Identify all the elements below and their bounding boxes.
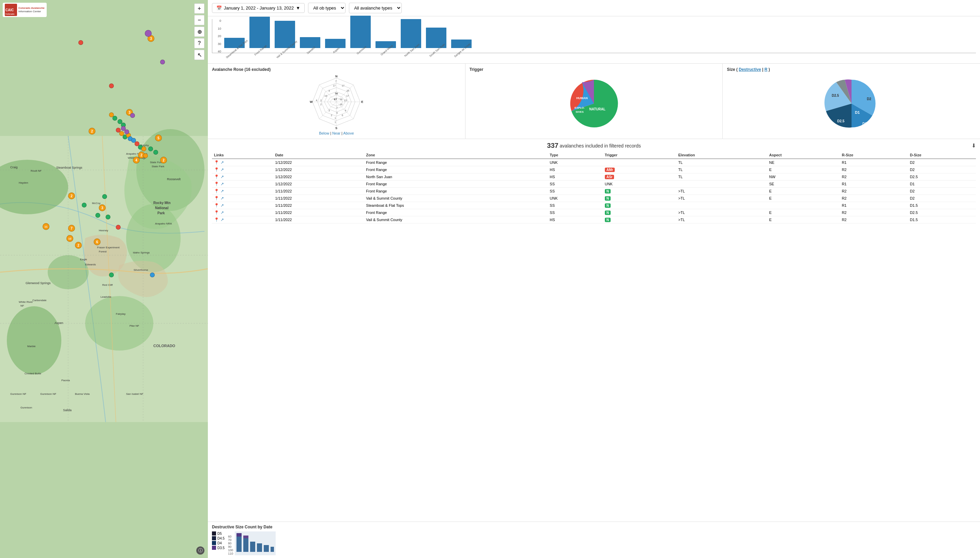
r-link[interactable]: R [764, 67, 767, 72]
cell-links: 📍 ↗ [212, 209, 273, 216]
map-pin[interactable]: 7 [68, 225, 75, 231]
download-icon[interactable]: ⬇ [972, 143, 976, 149]
right-panel: 📅 January 1, 2022 - January 13, 2022 ▼ A… [208, 0, 980, 558]
table-header: 337 avalanches included in filtered reco… [212, 139, 976, 152]
external-link-icon[interactable]: ↗ [220, 210, 224, 215]
pin-link-icon[interactable]: 📍 [214, 210, 219, 215]
pin-link-icon[interactable]: 📍 [214, 174, 219, 179]
location-button[interactable]: ⊕ [194, 26, 204, 37]
map-pin[interactable]: 12 [66, 235, 73, 242]
map-pin[interactable] [112, 116, 117, 121]
zoom-in-button[interactable]: + [194, 3, 204, 14]
external-link-icon[interactable]: ↗ [220, 203, 224, 208]
map-pin[interactable]: 2 [160, 157, 167, 164]
map-pin[interactable] [106, 215, 110, 219]
top-bar: 📅 January 1, 2022 - January 13, 2022 ▼ A… [208, 0, 980, 16]
svg-text:Fraser Experiment: Fraser Experiment [97, 246, 120, 249]
map-pin[interactable] [95, 213, 100, 218]
cell-date: 1/12/2022 [273, 159, 364, 166]
pin-link-icon[interactable]: 📍 [214, 182, 219, 186]
col-trigger: Trigger [603, 152, 676, 159]
external-link-icon[interactable]: ↗ [220, 160, 224, 165]
map-pin[interactable] [143, 153, 148, 158]
below-link[interactable]: Below [319, 131, 329, 135]
svg-text:Gunnison NF: Gunnison NF [10, 392, 26, 396]
cell-date: 1/11/2022 [273, 209, 364, 216]
svg-text:Idaho Springs: Idaho Springs [133, 251, 149, 254]
pin-link-icon[interactable]: 📍 [214, 196, 219, 201]
map-pin[interactable]: 6 [94, 238, 100, 245]
map-pin[interactable]: 5 [155, 135, 162, 141]
svg-text:HUMAN: HUMAN [576, 97, 588, 100]
map-pin[interactable] [150, 272, 155, 277]
zoom-out-button[interactable]: − [194, 15, 204, 25]
map-pin[interactable] [78, 40, 83, 45]
help-button[interactable]: ? [194, 38, 204, 48]
dest-legend-d4: D4 [212, 541, 225, 545]
dest-size-title: Destructive Size Count by Date [212, 525, 976, 529]
cell-rsize: R2 [840, 166, 908, 173]
map-pin[interactable] [141, 146, 146, 151]
map-pin[interactable] [82, 203, 87, 207]
external-link-icon[interactable]: ↗ [220, 167, 224, 172]
rose-svg: N E S W 7 17 17 3 25 19 56 17 4 2 67 18 [309, 75, 364, 129]
rose-links: Below | Near | Above [319, 131, 354, 135]
map-pin[interactable]: 2 [89, 128, 95, 135]
cell-links: 📍 ↗ [212, 195, 273, 202]
svg-text:State Park: State Park [152, 165, 164, 168]
avalanche-types-select[interactable]: All avalanche types [349, 3, 402, 13]
map-pin[interactable]: 2 [75, 242, 82, 249]
cursor-button[interactable]: ↖ [194, 50, 204, 60]
pin-link-icon[interactable]: 📍 [214, 160, 219, 165]
map-pin[interactable]: 3 [99, 204, 106, 211]
pin-link-icon[interactable]: 📍 [214, 203, 219, 208]
map-pin[interactable]: 4 [133, 157, 140, 164]
ob-types-select[interactable]: All ob types [308, 3, 346, 13]
svg-text:D2.5: D2.5 [832, 94, 839, 97]
cell-trigger: ASr [603, 173, 676, 181]
svg-text:Routt NF: Routt NF [31, 169, 41, 172]
cell-rsize: R2 [840, 216, 908, 223]
external-link-icon[interactable]: ↗ [220, 182, 224, 186]
cell-type: UNK [548, 159, 602, 166]
cell-zone: Front Range [364, 209, 548, 216]
svg-rect-103 [257, 543, 262, 552]
external-link-icon[interactable]: ↗ [220, 189, 224, 194]
cell-rsize: R1 [840, 159, 908, 166]
pin-link-icon[interactable]: 📍 [214, 167, 219, 172]
map-pin[interactable] [153, 150, 158, 155]
calendar-icon: 📅 [217, 5, 222, 11]
map-pin[interactable] [116, 225, 121, 230]
near-link[interactable]: Near [332, 131, 340, 135]
map-pin[interactable] [125, 130, 129, 134]
external-link-icon[interactable]: ↗ [220, 217, 224, 222]
map-pin[interactable] [130, 113, 135, 118]
map-pin[interactable] [160, 60, 165, 64]
cell-aspect: NW [767, 173, 840, 181]
map-pin[interactable] [109, 272, 114, 277]
destructive-link[interactable]: Destructive [739, 67, 761, 72]
dest-legend-d45: D4.5 [212, 536, 225, 540]
map-pin[interactable] [145, 30, 152, 37]
info-button[interactable]: ⓘ [196, 547, 204, 555]
map-pin[interactable] [109, 84, 114, 88]
table-section[interactable]: 337 avalanches included in filtered reco… [208, 139, 980, 522]
above-link[interactable]: Above [343, 131, 354, 135]
pin-link-icon[interactable]: 📍 [214, 217, 219, 222]
map-pin[interactable]: 11 [43, 223, 49, 230]
external-link-icon[interactable]: ↗ [220, 196, 224, 201]
table-row: 📍 ↗ 1/12/2022 Front Range HS AMr TL E R2… [212, 166, 976, 173]
cell-trigger [603, 159, 676, 166]
map-pin[interactable] [102, 194, 107, 199]
map-pin[interactable]: 2 [68, 192, 75, 199]
svg-text:Steamboat Springs: Steamboat Springs [56, 166, 82, 169]
cell-type: UNK [548, 195, 602, 202]
svg-text:2: 2 [331, 114, 332, 117]
external-link-icon[interactable]: ↗ [220, 174, 224, 179]
map-pin[interactable] [148, 146, 153, 151]
cell-type: SS [548, 209, 602, 216]
date-picker-button[interactable]: 📅 January 1, 2022 - January 13, 2022 ▼ [212, 3, 305, 13]
cell-type: SS [548, 188, 602, 195]
table-row: 📍 ↗ 1/11/2022 Vail & Summit County UNK N… [212, 195, 976, 202]
pin-link-icon[interactable]: 📍 [214, 189, 219, 194]
